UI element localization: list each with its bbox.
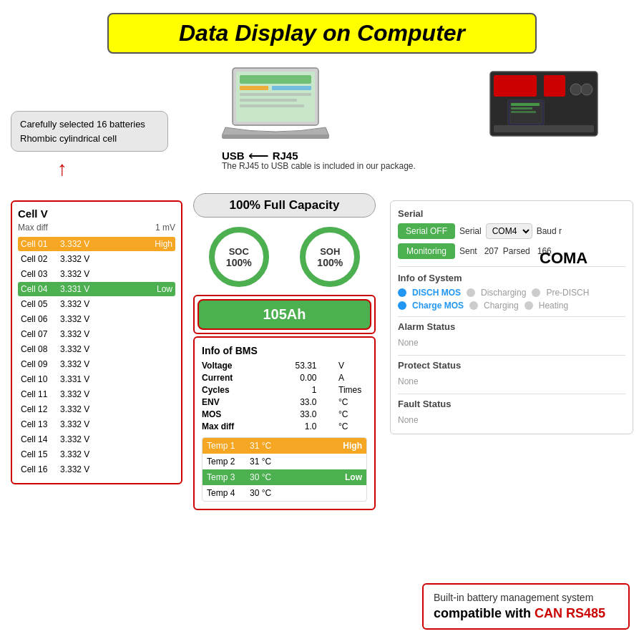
bottom-callout: Built-in battery management system compa… [422, 583, 630, 630]
right-panel: Serial Serial OFF Serial COM4 Baud r Mon… [390, 200, 633, 434]
charging-dot [469, 301, 478, 310]
temp-row: Temp 430 °C [203, 485, 366, 501]
temp-row: Temp 131 °CHigh [203, 438, 366, 454]
circles-row: SOC 100% SOH 100% [193, 225, 376, 289]
cell-voltage: 3.332 V [60, 449, 107, 459]
cell-voltage: 3.331 V [60, 284, 107, 294]
temp-row: Temp 231 °C [203, 454, 366, 469]
baud-label: Baud r [537, 226, 562, 236]
svg-rect-14 [511, 103, 540, 106]
cell-name: Cell 01 [21, 239, 60, 249]
protect-value: None [398, 375, 625, 388]
coma-badge: COMA [540, 249, 587, 268]
cell-voltage: 3.332 V [60, 344, 107, 354]
sent-label: Sent [459, 246, 477, 256]
cell-name: Cell 09 [21, 359, 60, 369]
svg-rect-19 [494, 125, 594, 132]
cell-name: Cell 16 [21, 464, 60, 474]
table-row: Cell 063.332 V [18, 312, 175, 326]
cell-voltage: 3.332 V [60, 254, 107, 264]
callout-line2: Rhombic cylindrical cell [20, 132, 159, 146]
heating-label: Heating [539, 301, 568, 311]
svg-rect-7 [240, 104, 304, 107]
cell-name: Cell 14 [21, 434, 60, 444]
soc-gauge: SOC 100% [207, 225, 271, 289]
cell-name: Cell 12 [21, 404, 60, 414]
soh-gauge: SOH 100% [298, 225, 362, 289]
cell-tag: Low [107, 284, 172, 294]
table-row: Cell 123.332 V [18, 402, 175, 416]
svg-rect-10 [494, 75, 537, 97]
com-select[interactable]: COM4 [486, 223, 532, 239]
table-row: Cell 073.332 V [18, 327, 175, 341]
table-row: Cell 093.332 V [18, 357, 175, 371]
discharging-label: Discharging [481, 288, 526, 298]
monitoring-row: Monitoring Sent 207 Parsed 166 [398, 243, 625, 259]
bms-row: Cycles1Times [202, 385, 367, 395]
cell-name: Cell 08 [21, 344, 60, 354]
cell-voltage: 3.332 V [60, 359, 107, 369]
cell-voltage: 3.331 V [60, 374, 107, 384]
cell-name: Cell 15 [21, 449, 60, 459]
disch-row: DISCH MOS Discharging Pre-DISCH [398, 288, 625, 298]
alarm-title: Alarm Status [398, 321, 625, 332]
battery-callout: Carefully selected 16 batteries Rhombic … [11, 111, 168, 152]
charge-row: Charge MOS Charging Heating [398, 301, 625, 311]
maxdiff-val: 1 mV [155, 223, 175, 233]
rj45-label: RJ45 [273, 150, 298, 162]
capacity-label: 100% Full Capacity [193, 193, 376, 218]
table-row: Cell 043.331 VLow [18, 282, 175, 296]
bms-panel: Info of BMS Voltage53.31VCurrent0.00ACyc… [193, 336, 376, 510]
bms-row: ENV33.0°C [202, 397, 367, 407]
monitoring-button[interactable]: Monitoring [398, 243, 455, 259]
cell-voltage: 3.332 V [60, 329, 107, 339]
serial-off-row: Serial OFF Serial COM4 Baud r [398, 223, 625, 239]
soc-val: 100% [226, 257, 252, 268]
svg-rect-16 [511, 111, 536, 113]
protect-section: Protect Status None [398, 355, 625, 388]
table-row: Cell 083.332 V [18, 342, 175, 356]
cell-maxdiff: Max diff 1 mV [18, 223, 175, 233]
disch-dot [398, 288, 406, 297]
parsed-label: Parsed [503, 246, 530, 256]
cell-voltage: 3.332 V [60, 269, 107, 279]
soc-title: SOC [226, 246, 252, 257]
temp-row: Temp 330 °CLow [203, 469, 366, 485]
connection-note: The RJ45 to USB cable is included in our… [222, 161, 472, 171]
soh-val: 100% [317, 257, 343, 268]
cell-voltage: 3.332 V [60, 464, 107, 474]
cell-name: Cell 02 [21, 254, 60, 264]
svg-rect-4 [272, 86, 311, 90]
bms-title: Info of BMS [202, 345, 367, 356]
cell-voltage: 3.332 V [60, 389, 107, 399]
alarm-value: None [398, 336, 625, 349]
fault-section: Fault Status None [398, 394, 625, 426]
cell-name: Cell 06 [21, 314, 60, 324]
system-title: Info of System [398, 273, 625, 283]
cell-panel: Cell V Max diff 1 mV Cell 013.332 VHighC… [11, 200, 182, 484]
bms-row: MOS33.0°C [202, 409, 367, 419]
svg-rect-3 [240, 86, 268, 90]
svg-point-18 [581, 84, 592, 95]
fault-value: None [398, 414, 625, 426]
fault-title: Fault Status [398, 399, 625, 409]
cell-name: Cell 03 [21, 269, 60, 279]
discharging-dot [467, 288, 475, 297]
page-title: Data Display on Computer [107, 13, 537, 54]
bottom-line2: compatible with CAN RS485 [434, 606, 618, 621]
serial-section-title: Serial [398, 208, 625, 219]
table-row: Cell 113.332 V [18, 387, 175, 401]
bottom-line1: Built-in battery management system [434, 592, 618, 603]
cell-name: Cell 04 [21, 284, 60, 294]
heating-dot [525, 301, 533, 310]
serial-off-button[interactable]: Serial OFF [398, 223, 455, 239]
table-row: Cell 053.332 V [18, 297, 175, 311]
bms-row: Max diff1.0°C [202, 421, 367, 431]
maxdiff-label: Max diff [18, 223, 48, 233]
alarm-section: Alarm Status None [398, 316, 625, 349]
callout-line1: Carefully selected 16 batteries [20, 117, 159, 132]
system-section: Info of System DISCH MOS Discharging Pre… [398, 266, 625, 311]
table-row: Cell 013.332 VHigh [18, 237, 175, 251]
ah-bar: 105Ah [197, 299, 371, 330]
svg-rect-2 [240, 75, 311, 84]
